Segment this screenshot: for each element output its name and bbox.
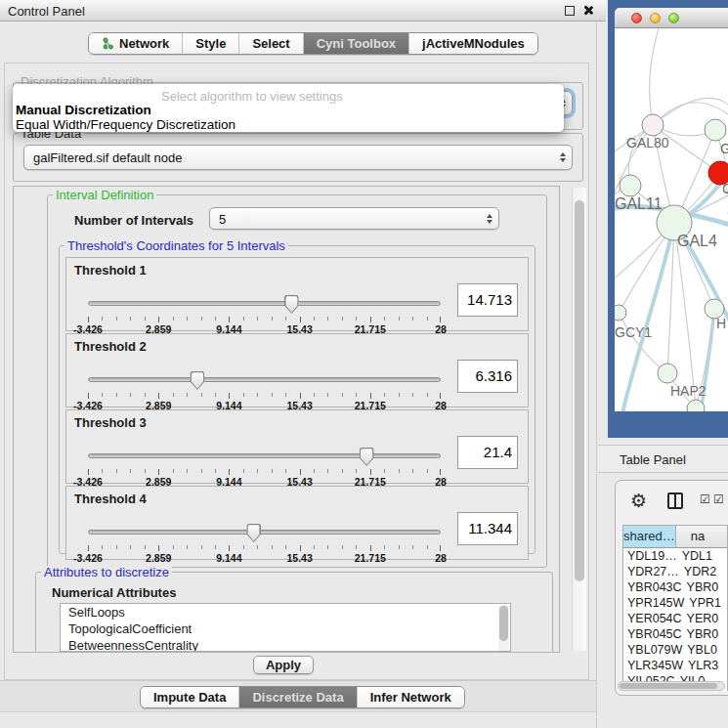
float-icon[interactable] [565,6,575,16]
minimize-traffic-light-icon[interactable] [650,13,661,23]
attributes-group-title: Attributes to discretize [41,566,172,579]
table-header-row: shared… na [623,526,727,548]
threshold-2-label: Threshold 2 [74,339,147,354]
number-of-intervals-combobox[interactable]: 5 [209,207,499,230]
table-row[interactable]: YDL19…YDL1 [623,548,727,564]
slider-track[interactable] [88,301,441,306]
node-table: shared… na YDL19…YDL1 YDR27…YDR2 YBR043C… [622,525,728,691]
zoom-traffic-light-icon[interactable] [668,13,679,23]
list-scrollbar[interactable] [498,605,509,652]
table-row[interactable]: YBL079WYBL0 [623,642,727,658]
columns-icon[interactable] [667,492,683,509]
control-panel-titlebar: Control Panel [0,0,606,21]
table-row[interactable]: YDR27…YDR2 [623,564,727,579]
tab-infer-network[interactable]: Infer Network [358,687,464,707]
column-header-shared-name[interactable]: shared… [623,526,676,547]
table-panel-title: Table Panel [620,452,686,467]
tab-jactivemnodules[interactable]: jActiveMNodules [409,33,537,54]
slider-handle[interactable] [360,448,374,466]
scrollbar-thumb[interactable] [620,683,717,689]
app-root: Control Panel Network Style Select Cyni … [0,0,728,728]
slider-tick-labels: -3.4262.8599.14415.4321.71528 [88,552,441,564]
threshold-4-value-field[interactable]: 11.344 [457,512,518,545]
table-row[interactable]: YBR043CYBR0 [623,579,727,595]
node-label: GA [720,141,728,156]
bottom-tab-bar: Impute Data Discretize Data Infer Networ… [140,686,465,708]
column-header-name[interactable]: na [676,526,727,547]
panel-divider [596,21,597,728]
threshold-4-slider[interactable] [88,524,441,543]
node-label: HAP2 [670,383,707,399]
number-of-intervals-value: 5 [219,211,226,226]
table-row[interactable]: YBR045CYBR0 [623,626,727,642]
table-horizontal-scrollbar[interactable] [618,681,725,691]
threshold-3-panel: Threshold 3 -3.4262.8599.14415.4321.7152… [65,409,529,484]
top-tab-bar: Network Style Select Cyni Toolbox jActiv… [88,32,538,55]
network-window-titlebar[interactable] [615,8,728,28]
table-row[interactable]: YER054CYER0 [623,611,727,626]
slider-track[interactable] [88,530,441,535]
tab-discretize-data[interactable]: Discretize Data [239,687,357,707]
node[interactable] [642,114,664,136]
tab-network[interactable]: Network [89,33,183,54]
table-row[interactable]: YPR145WYPR1 [623,595,727,611]
tab-select[interactable]: Select [239,33,303,54]
dropdown-hint: Select algorithm to view settings [161,89,343,104]
checkbox-icon[interactable]: ☑ [700,492,710,506]
close-traffic-light-icon[interactable] [631,13,642,23]
threshold-2-slider[interactable] [88,371,441,391]
network-icon [102,37,114,50]
table-data-combobox[interactable]: galFiltered.sif default node [23,145,573,170]
threshold-4-panel: Threshold 4 -3.4262.8599.14415.4321.7152… [65,486,529,560]
threshold-3-label: Threshold 3 [74,415,147,430]
slider-track[interactable] [88,453,441,458]
list-item[interactable]: BetweennessCentrality [61,637,510,652]
tab-style[interactable]: Style [183,33,239,54]
slider-handle[interactable] [190,371,204,390]
close-icon[interactable] [581,4,594,17]
node-label: GAL11 [615,195,663,212]
table-row[interactable]: YLR345WYLR3 [623,658,727,673]
threshold-3-slider[interactable] [88,448,441,467]
slider-handle[interactable] [246,524,261,542]
scrollbar-thumb[interactable] [575,200,584,581]
panel-scrollbar[interactable] [572,188,586,651]
dropdown-option-equal-width[interactable]: Equal Width/Frequency Discretization [16,117,236,132]
threshold-3-value-field[interactable]: 21.4 [457,436,518,469]
number-of-intervals-label: Number of Intervals [74,213,193,228]
threshold-1-label: Threshold 1 [74,263,147,278]
apply-button[interactable]: Apply [253,656,314,674]
numerical-attributes-list: SelfLoops TopologicalCoefficient Between… [60,603,511,652]
slider-ticks [88,469,441,475]
slider-handle[interactable] [284,295,299,314]
list-item[interactable]: TopologicalCoefficient [61,621,510,637]
node-label: H [716,316,726,331]
node[interactable] [705,119,726,141]
algorithm-dropdown: Select algorithm to view settings Manual… [13,84,564,132]
node-gal11[interactable] [620,175,641,196]
node-hap2[interactable] [658,364,677,383]
slider-ticks [88,545,441,551]
slider-track[interactable] [88,377,441,382]
tab-impute-data[interactable]: Impute Data [141,687,239,707]
list-item[interactable]: SelfLoops [61,604,510,621]
threshold-2-panel: Threshold 2 -3.4262.8599.14415.4321.7152… [65,333,529,407]
node-label: C [722,181,728,196]
combo-arrows-icon [487,214,492,224]
threshold-4-label: Threshold 4 [74,492,147,506]
gear-icon[interactable]: ⚙ [630,490,647,511]
network-window: GAL80 GA C GAL11 GAL4 H GCY1 HAP2 [608,0,728,438]
threshold-1-slider[interactable] [88,295,441,315]
dropdown-option-manual[interactable]: Manual Discretization [16,103,151,117]
combo-arrows-icon [560,152,566,162]
tab-cyni-toolbox[interactable]: Cyni Toolbox [304,33,409,54]
threshold-1-value-field[interactable]: 14.713 [457,283,518,317]
threshold-2-value-field[interactable]: 6.316 [457,360,518,393]
table-data-value: galFiltered.sif default node [33,150,182,165]
network-canvas[interactable]: GAL80 GA C GAL11 GAL4 H GCY1 HAP2 [615,28,728,411]
network-graph: GAL80 GA C GAL11 GAL4 H GCY1 HAP2 [615,28,728,411]
interval-definition-title: Interval Definition [53,189,156,202]
threshold-1-panel: Threshold 1 -3.4262.8599.14415.4321.7152… [65,257,529,331]
node-gcy1[interactable] [615,305,626,321]
checkbox-icon[interactable]: ☑ [713,492,724,506]
